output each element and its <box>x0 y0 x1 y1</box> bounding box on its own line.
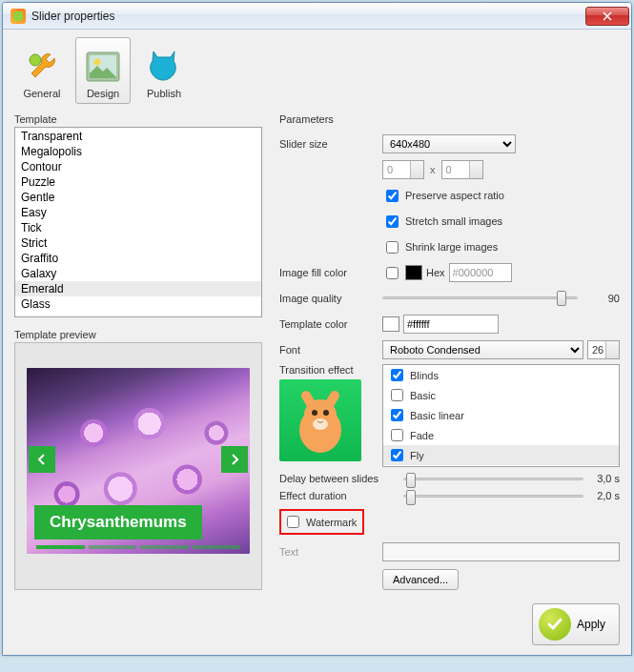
effect-label: Fade <box>410 430 434 441</box>
svg-point-3 <box>94 59 101 66</box>
stretch-small-checkbox[interactable] <box>386 215 399 228</box>
fill-color-checkbox[interactable] <box>386 267 399 279</box>
effect-checkbox[interactable] <box>391 369 403 381</box>
titlebar: Slider properties <box>3 3 631 30</box>
effect-item[interactable]: Fade <box>383 425 619 445</box>
template-item[interactable]: Galaxy <box>15 266 261 281</box>
effect-checkbox[interactable] <box>391 389 403 401</box>
tab-design-label: Design <box>87 88 119 99</box>
close-icon <box>602 11 613 21</box>
advanced-button[interactable]: Advanced... <box>382 569 459 590</box>
chevron-left-icon <box>36 454 48 465</box>
watermark-text-input[interactable] <box>382 542 620 561</box>
chevron-right-icon <box>229 454 240 465</box>
duration-value: 2,0 s <box>591 490 620 501</box>
template-header: Template <box>14 113 262 125</box>
delay-slider[interactable] <box>403 478 583 480</box>
template-item[interactable]: Transparent <box>15 129 261 144</box>
window: Slider properties General Design <box>2 2 632 656</box>
watermark-label: Watermark <box>306 517 357 528</box>
tab-publish[interactable]: Publish <box>136 37 192 104</box>
svg-point-6 <box>312 410 317 416</box>
width-spinner[interactable]: 0 <box>382 160 424 179</box>
cat-icon <box>145 48 183 86</box>
effect-item[interactable]: Flip <box>383 465 619 467</box>
quality-label: Image quality <box>279 293 382 304</box>
template-color-label: Template color <box>279 318 382 330</box>
window-close-button[interactable] <box>585 7 629 26</box>
tab-design[interactable]: Design <box>75 37 131 104</box>
font-size-spinner[interactable]: 26 <box>587 340 620 359</box>
check-icon <box>539 608 571 641</box>
text-label: Text <box>279 546 382 558</box>
watermark-highlight: Watermark <box>279 509 364 535</box>
effect-thumbnail <box>279 379 361 461</box>
tab-publish-label: Publish <box>147 88 181 99</box>
slider-size-label: Slider size <box>279 138 382 150</box>
apply-label: Apply <box>577 618 605 631</box>
duration-label: Effect duration <box>279 490 396 501</box>
effect-item[interactable]: Fly <box>383 445 619 465</box>
effects-listbox[interactable]: BlindsBasicBasic linearFadeFlyFlip <box>382 364 620 467</box>
prev-arrow-button[interactable] <box>29 446 55 473</box>
window-title: Slider properties <box>31 10 114 23</box>
preview-header: Template preview <box>14 329 262 340</box>
svg-point-8 <box>313 418 328 430</box>
fill-hex-input[interactable] <box>449 263 512 282</box>
dimension-x: x <box>428 164 438 175</box>
tab-general[interactable]: General <box>14 37 70 104</box>
effect-checkbox[interactable] <box>391 449 403 461</box>
slider-size-select[interactable]: 640x480 <box>382 134 516 153</box>
template-color-swatch[interactable] <box>382 316 399 332</box>
fill-color-swatch[interactable] <box>405 265 422 280</box>
template-item[interactable]: Gentle <box>15 190 261 205</box>
image-icon <box>84 48 122 86</box>
quality-value: 90 <box>599 293 620 304</box>
watermark-checkbox[interactable] <box>287 516 299 528</box>
effect-label: Basic linear <box>410 410 464 421</box>
effect-checkbox[interactable] <box>391 409 403 421</box>
preview-caption: Chrysanthemums <box>34 505 202 540</box>
template-item[interactable]: Graffito <box>15 251 261 266</box>
preview-pagination <box>15 545 261 549</box>
shrink-large-label: Shrink large images <box>405 241 498 253</box>
preserve-aspect-checkbox[interactable] <box>386 190 399 202</box>
effect-label: Fly <box>410 450 424 461</box>
template-listbox[interactable]: TransparentMegalopolisContourPuzzleGentl… <box>14 127 262 317</box>
template-item[interactable]: Easy <box>15 205 261 220</box>
font-label: Font <box>279 344 382 356</box>
template-item[interactable]: Tick <box>15 220 261 235</box>
effect-label: Blinds <box>410 370 439 381</box>
stretch-small-label: Stretch small images <box>405 215 502 227</box>
effect-item[interactable]: Basic linear <box>383 405 619 425</box>
height-spinner[interactable]: 0 <box>441 160 483 179</box>
shrink-large-checkbox[interactable] <box>386 241 399 254</box>
toolbar: General Design Publish <box>14 37 620 104</box>
effect-checkbox[interactable] <box>391 429 403 441</box>
app-icon <box>10 9 26 24</box>
font-select[interactable]: Roboto Condensed <box>382 340 583 359</box>
template-item[interactable]: Emerald <box>15 281 261 296</box>
effect-item[interactable]: Basic <box>383 385 619 405</box>
delay-label: Delay between slides <box>279 473 396 484</box>
template-item[interactable]: Puzzle <box>15 174 261 190</box>
preserve-aspect-label: Preserve aspect ratio <box>405 190 504 201</box>
next-arrow-button[interactable] <box>221 446 248 473</box>
wrench-icon <box>23 48 61 86</box>
template-item[interactable]: Glass <box>15 296 261 312</box>
svg-point-7 <box>323 410 329 416</box>
template-preview: Chrysanthemums <box>14 342 262 590</box>
hex-label: Hex <box>426 267 445 278</box>
tab-general-label: General <box>23 88 60 99</box>
fill-color-label: Image fill color <box>279 267 382 278</box>
effect-item[interactable]: Blinds <box>383 365 619 385</box>
template-item[interactable]: Strict <box>15 235 261 251</box>
quality-slider[interactable] <box>382 290 595 307</box>
template-item[interactable]: Contour <box>15 159 261 174</box>
template-color-input[interactable] <box>403 315 499 334</box>
template-item[interactable]: Megalopolis <box>15 144 261 159</box>
parameters-header: Parameters <box>279 113 620 125</box>
duration-slider[interactable] <box>403 495 583 498</box>
delay-value: 3,0 s <box>591 473 620 484</box>
apply-button[interactable]: Apply <box>532 603 620 645</box>
